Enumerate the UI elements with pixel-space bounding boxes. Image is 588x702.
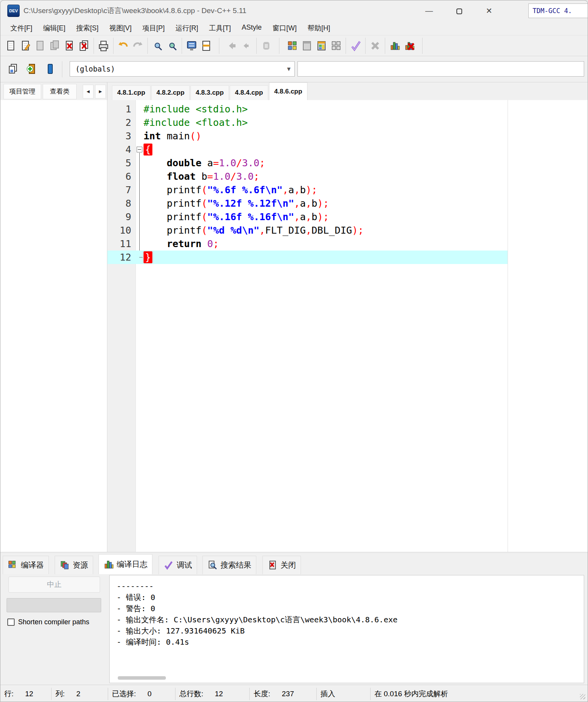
bottom-tab-label: 资源	[73, 560, 88, 570]
forward-button[interactable]	[239, 37, 254, 54]
code-editor[interactable]: 1#include <stdio.h>2#include <float.h>3i…	[107, 100, 588, 552]
line-number[interactable]: 6	[107, 170, 131, 183]
code-line-3: 3int main()	[107, 129, 508, 143]
code-line-5: 5 double a=1.0/3.0;	[107, 156, 508, 170]
menu-item-10[interactable]: 帮助[H]	[302, 22, 336, 35]
editor-right-divider	[508, 100, 508, 552]
syntax-check-button[interactable]	[348, 37, 363, 54]
abort-button[interactable]: 中止	[8, 577, 100, 593]
menu-item-7[interactable]: 工具[T]	[204, 22, 236, 35]
save-button[interactable]	[33, 37, 47, 54]
compile-button[interactable]	[285, 37, 299, 54]
line-number[interactable]: 4	[107, 143, 131, 156]
shorten-paths-checkbox[interactable]	[7, 618, 15, 626]
line-number[interactable]: 7	[107, 183, 131, 197]
close-all-button[interactable]	[77, 37, 91, 54]
editor-tab-4.8.3.cpp[interactable]: 4.8.3.cpp	[190, 85, 229, 100]
window-title: C:\Users\gxyyy\Desktop\c语言\week3\book\4.…	[23, 6, 246, 16]
line-number[interactable]: 2	[107, 116, 131, 129]
back-icon	[226, 40, 238, 52]
close-button[interactable]: ✕	[479, 3, 499, 18]
find-in-files-button[interactable]	[184, 37, 199, 54]
menu-item-2[interactable]: 编辑[E]	[38, 22, 71, 35]
resize-grip[interactable]	[580, 694, 585, 699]
run-button[interactable]	[299, 37, 314, 54]
print-button[interactable]	[96, 37, 111, 54]
redo-button[interactable]	[130, 37, 145, 54]
open-file-button[interactable]	[18, 37, 33, 54]
back-button[interactable]	[225, 37, 239, 54]
bottom-tab-label: 关闭	[281, 560, 296, 570]
replace-button[interactable]	[165, 37, 179, 54]
editor-tab-4.8.4.cpp[interactable]: 4.8.4.cpp	[230, 85, 268, 100]
close-file-button[interactable]	[62, 37, 77, 54]
goto-line-button[interactable]	[199, 37, 214, 54]
menu-item-4[interactable]: 视图[V]	[104, 22, 137, 35]
app-icon: DEV	[7, 5, 20, 17]
line-number[interactable]: 12	[107, 251, 131, 264]
profile-button[interactable]	[388, 37, 402, 54]
compile-and-run-button[interactable]	[314, 37, 329, 54]
line-number[interactable]: 5	[107, 156, 131, 170]
menu-item-5[interactable]: 项目[P]	[137, 22, 170, 35]
left-panel-tab-project[interactable]: 项目管理	[3, 84, 41, 99]
bottom-tab-compiler-squares[interactable]: 编译器	[3, 556, 49, 574]
new-file-button[interactable]	[3, 37, 18, 54]
editor-tab-4.8.1.cpp[interactable]: 4.8.1.cpp	[112, 85, 150, 100]
code-line-12: 12}	[107, 251, 508, 264]
new-source-window-icon	[7, 63, 19, 75]
delete-profiling-button[interactable]	[402, 37, 417, 54]
fold-toggle[interactable]	[137, 147, 142, 152]
line-number[interactable]: 11	[107, 237, 131, 251]
log-horizontal-scrollbar[interactable]	[118, 676, 166, 680]
minimize-button[interactable]: —	[419, 3, 439, 18]
delete-profiling-icon	[404, 40, 415, 52]
rebuild-all-button[interactable]	[329, 37, 343, 54]
line-number[interactable]: 3	[107, 129, 131, 143]
bottom-tab-close-doc[interactable]: 关闭	[262, 556, 301, 574]
chevron-down-icon: ▼	[287, 62, 291, 76]
class-browser-member-combo[interactable]	[297, 61, 584, 77]
save-all-button[interactable]	[47, 37, 62, 54]
menu-item-8[interactable]: AStyle	[236, 22, 267, 35]
secondary-toolbar: (globals) ▼	[0, 57, 588, 82]
bottom-tab-compile-log-chart[interactable]: 编译日志	[99, 554, 152, 574]
scope-combo-value: (globals)	[75, 65, 115, 73]
menu-item-6[interactable]: 运行[R]	[170, 22, 204, 35]
code-line-1: 1#include <stdio.h>	[107, 102, 508, 116]
new-source-window-button[interactable]	[6, 60, 20, 77]
line-number[interactable]: 10	[107, 224, 131, 237]
pause-button[interactable]	[43, 60, 57, 77]
left-panel-tab-classes[interactable]: 查看类	[43, 84, 77, 99]
code-line-11: 11 return 0;	[107, 237, 508, 251]
bottom-tab-search-results[interactable]: 搜索结果	[202, 556, 256, 574]
find-button[interactable]	[150, 37, 165, 54]
undo-button[interactable]	[116, 37, 130, 54]
forward-icon	[241, 40, 252, 52]
compile-log-output: -------- - 错误: 0 - 警告: 0 - 输出文件名: C:\Use…	[109, 575, 584, 683]
menubar: 文件[F]编辑[E]搜索[S]视图[V]项目[P]运行[R]工具[T]AStyl…	[0, 22, 588, 35]
abort-compile-button[interactable]	[368, 37, 383, 54]
add-to-project-icon	[26, 63, 37, 75]
line-number[interactable]: 1	[107, 102, 131, 116]
maximize-button[interactable]	[449, 3, 469, 18]
editor-tab-4.8.2.cpp[interactable]: 4.8.2.cpp	[151, 85, 190, 100]
editor-tab-4.8.6.cpp[interactable]: 4.8.6.cpp	[269, 82, 307, 100]
add-to-project-button[interactable]	[24, 60, 39, 77]
new-file-icon	[5, 40, 17, 52]
save-all-icon	[49, 40, 60, 52]
menu-item-9[interactable]: 窗口[W]	[267, 22, 302, 35]
tab-scroll-right-button[interactable]: ►	[95, 85, 106, 99]
compiler-select-combo[interactable]: TDM-GCC 4.	[528, 3, 588, 18]
stop-button[interactable]	[259, 37, 274, 54]
line-number[interactable]: 8	[107, 197, 131, 210]
code-line-4: 4{	[107, 143, 508, 156]
menu-item-3[interactable]: 搜索[S]	[71, 22, 104, 35]
class-browser-scope-combo[interactable]: (globals) ▼	[70, 61, 295, 77]
bottom-tab-debug-check[interactable]: 调试	[159, 556, 197, 574]
tab-scroll-left-button[interactable]: ◄	[83, 85, 94, 99]
line-number[interactable]: 9	[107, 210, 131, 224]
debug-check-icon	[164, 560, 174, 571]
menu-item-1[interactable]: 文件[F]	[5, 22, 38, 35]
bottom-tab-resources[interactable]: 资源	[55, 556, 93, 574]
